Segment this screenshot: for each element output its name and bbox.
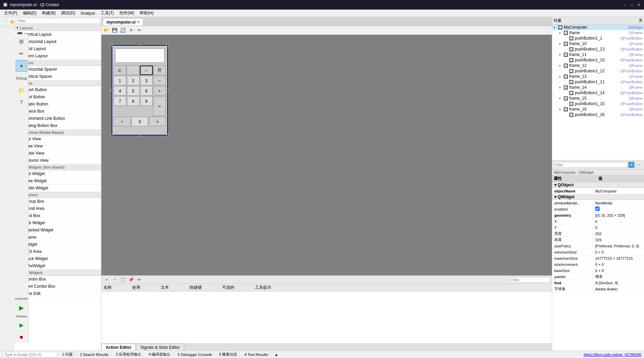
tree-node-icon: 🔲 (558, 25, 563, 28)
sub-tb-open[interactable]: 📂 (103, 27, 110, 28)
menu-item[interactable]: 构建(B) (39, 10, 58, 17)
section-toggle-icon: ▾ (16, 26, 18, 27)
widget-filter-input[interactable] (16, 18, 100, 24)
object-panel: 对象 关 ▾🔲MyComputerQWidget ▾🔲frameQFrame 🔲… (552, 17, 644, 27)
tree-node-name: MyComputer (564, 25, 625, 27)
titlebar-controls[interactable]: — □ ✕ (622, 2, 641, 8)
obj-col-type: 关 (639, 18, 643, 24)
tree-toggle[interactable]: ▾ (554, 26, 558, 28)
sub-tb-refresh[interactable]: 🔄 (119, 27, 127, 28)
menu-item[interactable]: 帮助(H) (137, 10, 156, 17)
menu-item[interactable]: 工具(T) (98, 10, 117, 17)
titlebar-title: mycomputer.ui - Qt Creator (10, 2, 59, 7)
tab-close[interactable]: ✕ (137, 20, 140, 24)
app-icon: 🔲 (3, 2, 8, 7)
center-area: mycomputer.ui ✕ 📂 💾 🔄 ✕ ✏ (101, 17, 552, 27)
widget-section-header[interactable]: ▾Layouts (14, 25, 101, 27)
tab-mycomputer[interactable]: mycomputer.ui ✕ (103, 18, 143, 26)
right-panel: 对象 关 ▾🔲MyComputerQWidget ▾🔲frameQFrame 🔲… (552, 17, 644, 27)
close-button[interactable]: ✕ (636, 2, 641, 8)
tree-row[interactable]: ▾🔲MyComputerQWidget (552, 25, 644, 27)
toolbar-new[interactable]: 📄 (1, 18, 9, 26)
sub-tb-close[interactable]: ✕ (127, 27, 135, 28)
titlebar-left: 🔲 mycomputer.ui - Qt Creator (3, 2, 59, 7)
menu-item[interactable]: 编辑(E) (20, 10, 39, 17)
maximize-button[interactable]: □ (629, 2, 634, 8)
menu-item[interactable]: 文件(F) (1, 10, 20, 17)
section-label: Layouts (20, 26, 33, 28)
tree-node-type: QWidget (625, 25, 643, 27)
widget-list: ▾Layouts⬛Vertical Layout⬛Horizontal Layo… (14, 25, 101, 27)
sub-toolbar: 📂 💾 🔄 ✕ ✏ (101, 26, 552, 27)
tab-bar: mycomputer.ui ✕ (101, 17, 552, 26)
sub-tb-edit[interactable]: ✏ (135, 27, 143, 28)
menubar: 文件(F)编辑(E)构建(B)调试(D)Analyze工具(T)控件(W)帮助(… (0, 10, 644, 17)
minimize-button[interactable]: — (622, 2, 628, 8)
object-tree: ▾🔲MyComputerQWidget ▾🔲frameQFrame 🔲pushB… (552, 25, 644, 27)
titlebar: 🔲 mycomputer.ui - Qt Creator — □ ✕ (0, 0, 644, 10)
obj-col-name: 对象 (554, 18, 562, 24)
sub-tb-save[interactable]: 💾 (111, 27, 118, 28)
main-area: ⊞ ✏ ✦ Debug 📁 ? computer ▶ Release ▶ ■ ▾… (14, 17, 644, 27)
object-panel-header: 对象 关 (552, 17, 644, 25)
widget-filter-bar (14, 17, 101, 25)
tab-label: mycomputer.ui (106, 20, 135, 25)
menu-item[interactable]: 调试(D) (58, 10, 78, 17)
menu-item[interactable]: 控件(W) (117, 10, 137, 17)
menu-item[interactable]: Analyze (78, 10, 98, 16)
widget-panel: ▾Layouts⬛Vertical Layout⬛Horizontal Layo… (14, 17, 101, 27)
